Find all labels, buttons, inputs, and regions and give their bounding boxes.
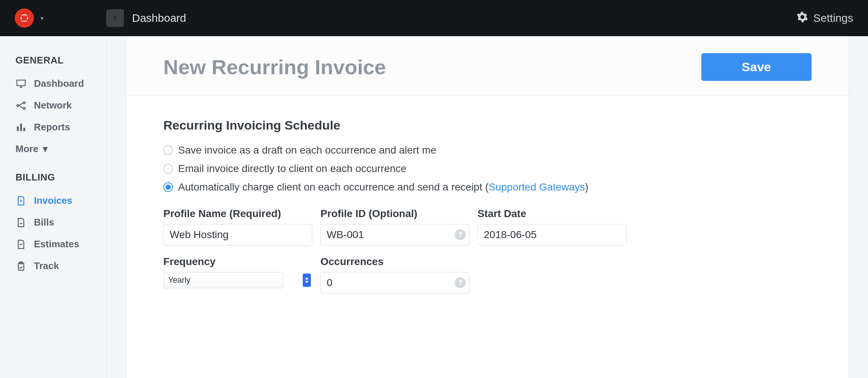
gear-icon xyxy=(796,11,808,25)
label-start-date: Start Date xyxy=(478,208,626,220)
bar-chart-icon xyxy=(15,122,27,133)
sidebar-item-label: Bills xyxy=(34,217,54,228)
fields-row-1: Profile Name (Required) Profile ID (Opti… xyxy=(163,208,812,245)
sidebar-item-invoices[interactable]: Invoices xyxy=(15,190,96,212)
track-icon xyxy=(15,261,27,272)
input-occurrences[interactable] xyxy=(320,272,469,293)
sidebar: GENERAL Dashboard Network Reports More ▾… xyxy=(0,36,107,378)
fields-row-2: Frequency Occurrences xyxy=(163,256,812,293)
sidebar-item-network[interactable]: Network xyxy=(15,94,96,116)
bills-icon xyxy=(15,217,27,228)
save-button[interactable]: Save xyxy=(701,53,812,81)
radio-auto-charge[interactable]: Automatically charge client on each occu… xyxy=(163,181,812,193)
sidebar-item-track[interactable]: Track xyxy=(15,255,96,277)
help-icon[interactable]: ? xyxy=(455,277,466,288)
field-profile-id: Profile ID (Optional) ? xyxy=(320,208,469,245)
settings-label: Settings xyxy=(813,12,853,24)
svg-point-1 xyxy=(23,102,25,104)
brand-logo xyxy=(15,8,34,28)
sidebar-item-label: Invoices xyxy=(34,195,72,206)
back-button[interactable] xyxy=(106,9,124,27)
svg-rect-4 xyxy=(20,124,22,131)
select-frequency[interactable] xyxy=(163,272,283,288)
input-profile-id[interactable] xyxy=(320,224,469,245)
radio-email-client[interactable]: Email invoice directly to client on each… xyxy=(163,163,812,175)
field-start-date: Start Date xyxy=(478,208,626,245)
radio-dot xyxy=(163,145,173,155)
sidebar-section-billing: BILLING xyxy=(15,172,96,183)
label-frequency: Frequency xyxy=(163,256,312,268)
brand-caret-icon: ▾ xyxy=(41,15,44,22)
radio-label: Save invoice as a draft on each occurren… xyxy=(178,144,436,156)
sidebar-item-estimates[interactable]: Estimates xyxy=(15,233,96,255)
sidebar-item-label: Network xyxy=(34,100,72,111)
page-title: New Recurring Invoice xyxy=(163,55,386,79)
chevron-left-icon xyxy=(111,14,119,22)
label-occurrences: Occurrences xyxy=(320,256,469,268)
field-frequency: Frequency xyxy=(163,256,312,293)
sidebar-item-reports[interactable]: Reports xyxy=(15,116,96,138)
input-start-date[interactable] xyxy=(478,224,626,245)
radio-label-text: Automatically charge client on each occu… xyxy=(178,181,485,193)
svg-rect-3 xyxy=(17,126,19,131)
settings-link[interactable]: Settings xyxy=(796,11,853,25)
radio-label: Automatically charge client on each occu… xyxy=(178,181,588,193)
network-icon xyxy=(15,100,27,111)
monitor-icon xyxy=(15,78,27,89)
sidebar-item-label: Dashboard xyxy=(34,78,84,89)
radio-dot xyxy=(163,164,173,173)
section-heading: Recurring Invoicing Schedule xyxy=(163,118,812,133)
select-arrows-icon xyxy=(303,274,311,287)
form-area: Recurring Invoicing Schedule Save invoic… xyxy=(126,96,848,293)
schedule-radio-group: Save invoice as a draft on each occurren… xyxy=(163,144,812,193)
radio-label: Email invoice directly to client on each… xyxy=(178,163,406,175)
svg-point-2 xyxy=(23,107,25,109)
svg-rect-5 xyxy=(23,128,25,131)
sidebar-item-label: Estimates xyxy=(34,238,79,250)
breadcrumb[interactable]: Dashboard xyxy=(132,12,186,24)
field-occurrences: Occurrences ? xyxy=(320,256,469,293)
label-profile-name: Profile Name (Required) xyxy=(163,208,312,220)
radio-dot xyxy=(163,182,173,192)
content: New Recurring Invoice Save Recurring Inv… xyxy=(107,36,868,378)
field-profile-name: Profile Name (Required) xyxy=(163,208,312,245)
sidebar-section-general: GENERAL xyxy=(15,55,96,66)
brand-logo-icon xyxy=(19,13,29,23)
sidebar-more[interactable]: More ▾ xyxy=(15,138,96,157)
content-card: New Recurring Invoice Save Recurring Inv… xyxy=(126,36,849,378)
sidebar-item-bills[interactable]: Bills xyxy=(15,212,96,233)
help-icon[interactable]: ? xyxy=(455,229,466,240)
brand[interactable]: ▾ xyxy=(15,8,44,28)
input-profile-name[interactable] xyxy=(163,224,312,245)
supported-gateways-link[interactable]: Supported Gateways xyxy=(489,181,585,193)
sidebar-more-label: More xyxy=(15,143,38,155)
estimates-icon xyxy=(15,239,27,250)
svg-point-0 xyxy=(17,104,19,106)
topbar: ▾ Dashboard Settings xyxy=(0,0,868,36)
chevron-down-icon: ▾ xyxy=(43,143,48,155)
sidebar-item-label: Track xyxy=(34,260,59,272)
label-profile-id: Profile ID (Optional) xyxy=(320,208,469,220)
title-row: New Recurring Invoice Save xyxy=(126,36,848,96)
invoice-icon xyxy=(15,195,27,206)
radio-save-draft[interactable]: Save invoice as a draft on each occurren… xyxy=(163,144,812,156)
sidebar-item-label: Reports xyxy=(34,121,70,133)
sidebar-item-dashboard[interactable]: Dashboard xyxy=(15,73,96,94)
